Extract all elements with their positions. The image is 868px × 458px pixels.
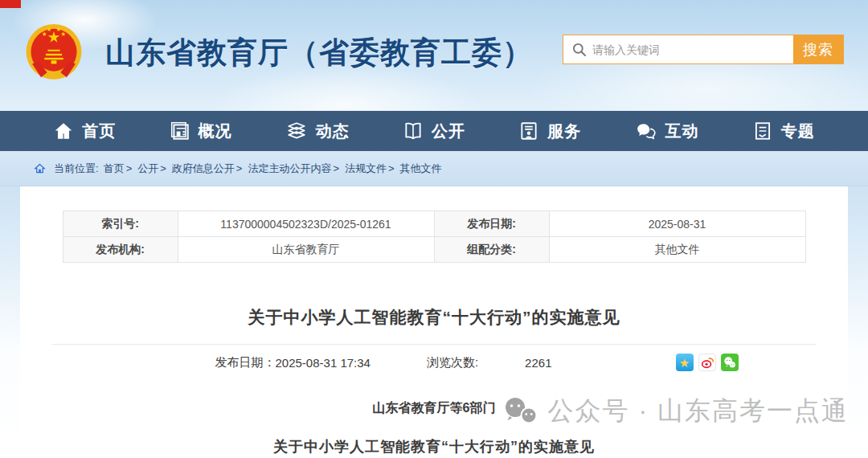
meta-views-label: 浏览次数: (427, 355, 478, 370)
national-emblem-logo (20, 19, 88, 87)
article-title: 关于中小学人工智能教育“十大行动”的实施意见 (20, 306, 848, 329)
table-row: 索引号: 1137000004502323D/2025-01261 发布日期: … (63, 211, 805, 237)
meta-views-value: 2261 (525, 356, 551, 370)
index-number-label: 索引号: (63, 211, 178, 237)
share-buttons: ★ (676, 354, 739, 371)
search-input[interactable] (563, 35, 793, 63)
nav-item-label: 公开 (432, 121, 465, 142)
wechat-share-icon[interactable] (721, 354, 739, 371)
nav-item-label: 动态 (316, 121, 350, 142)
topics-icon (752, 121, 773, 141)
nav-item-label: 服务 (547, 121, 581, 142)
nav-item-disclosure[interactable]: 公开 (403, 121, 465, 142)
category-label: 组配分类: (434, 237, 549, 263)
nav-item-label: 专题 (781, 121, 815, 142)
nav-item-services[interactable]: 服务 (518, 121, 581, 142)
nav-item-label: 概况 (199, 121, 232, 142)
breadcrumb-item-disclosure[interactable]: 公开 (137, 162, 172, 176)
main-navbar: 首页 概况 动态 公开 服务 (0, 111, 868, 151)
breadcrumb-item-regulations[interactable]: 法规文件 (345, 162, 400, 176)
meta-publish-value: 2025-08-31 17:34 (276, 356, 371, 370)
category-value: 其他文件 (549, 237, 805, 263)
table-row: 发布机构: 山东省教育厅 组配分类: 其他文件 (63, 237, 805, 263)
site-banner: 山东省教育厅（省委教育工委） 搜索 (0, 0, 868, 111)
nav-item-interaction[interactable]: 互动 (635, 121, 699, 142)
issuing-agency-label: 发布机构: (63, 237, 178, 263)
nav-item-topics[interactable]: 专题 (752, 121, 815, 142)
home-icon (53, 121, 74, 141)
services-icon (518, 121, 539, 141)
publish-date-value: 2025-08-31 (549, 211, 805, 237)
breadcrumb-item-gov-info[interactable]: 政府信息公开 (172, 162, 248, 176)
disclosure-icon (403, 121, 424, 141)
corner-red-ribbon (0, 0, 21, 8)
breadcrumb: 当前位置: 首页 公开 政府信息公开 法定主动公开内容 法规文件 其他文件 (0, 151, 868, 186)
breadcrumb-prefix: 当前位置: (54, 162, 99, 176)
nav-item-label: 互动 (665, 121, 699, 142)
news-icon (285, 121, 308, 141)
content-area: 索引号: 1137000004502323D/2025-01261 发布日期: … (0, 186, 868, 458)
breadcrumb-home-icon[interactable] (34, 162, 46, 174)
interaction-icon (635, 121, 657, 141)
overview-icon (170, 121, 190, 141)
breadcrumb-item-statutory[interactable]: 法定主动公开内容 (248, 162, 345, 176)
qzone-share-icon[interactable]: ★ (676, 354, 694, 371)
article-body-line-agency: 山东省教育厅等6部门 (20, 400, 848, 417)
nav-item-home[interactable]: 首页 (53, 121, 116, 142)
breadcrumb-item-home[interactable]: 首页 (104, 162, 138, 176)
nav-item-overview[interactable]: 概况 (170, 121, 232, 142)
weibo-share-icon[interactable] (698, 354, 716, 371)
issuing-agency-value: 山东省教育厅 (178, 237, 434, 263)
title-divider (52, 344, 816, 345)
doc-info-table: 索引号: 1137000004502323D/2025-01261 发布日期: … (63, 211, 806, 263)
article-meta: 发布日期： 2025-08-31 17:34 浏览次数: 2261 ★ (63, 354, 806, 371)
search-button[interactable]: 搜索 (793, 35, 843, 63)
site-brand: 山东省教育厅（省委教育工委） (20, 19, 533, 87)
search-bar: 搜索 (563, 35, 844, 64)
nav-item-news[interactable]: 动态 (285, 121, 350, 142)
site-title: 山东省教育厅（省委教育工委） (105, 33, 533, 73)
meta-publish-label: 发布日期： (215, 355, 276, 370)
search-icon (571, 42, 588, 58)
article-body-line-title: 关于中小学人工智能教育“十大行动”的实施意见 (20, 437, 848, 456)
index-number-value: 1137000004502323D/2025-01261 (178, 211, 434, 237)
article-card: 索引号: 1137000004502323D/2025-01261 发布日期: … (20, 186, 848, 458)
publish-date-label: 发布日期: (434, 211, 549, 237)
breadcrumb-item-other-docs[interactable]: 其他文件 (400, 162, 442, 176)
nav-item-label: 首页 (82, 121, 116, 142)
